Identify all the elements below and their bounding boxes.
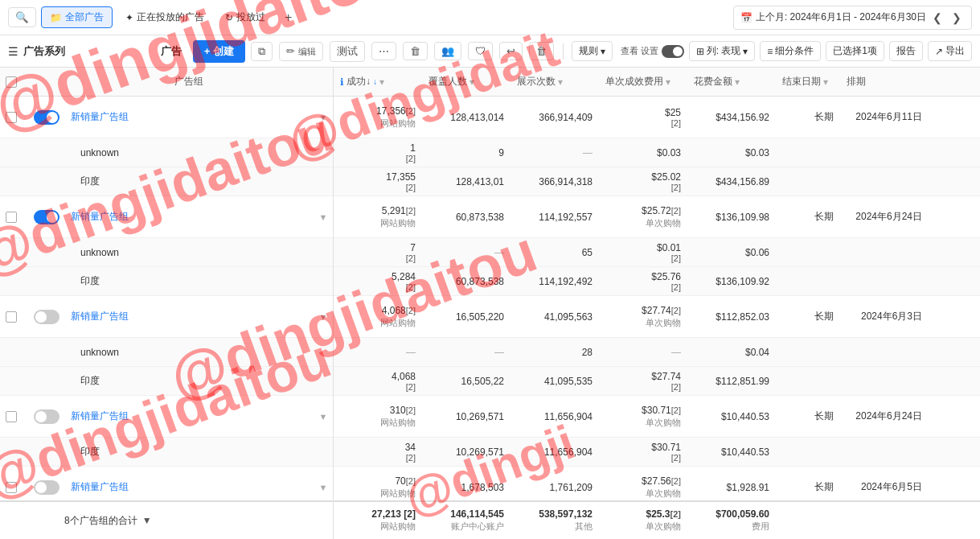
sub-row-name: 印度 xyxy=(64,267,314,295)
chevron-spend-icon: ▾ xyxy=(735,76,740,88)
row-checkbox[interactable] xyxy=(0,196,29,237)
impressions-cell: — xyxy=(511,138,599,167)
success-col-header[interactable]: ℹ 成功↓ ↓ ▾ xyxy=(334,75,422,88)
cpa-cell: $25.72[2] 单次购物 xyxy=(599,196,687,237)
filter-button[interactable]: ≡ 细分条件 xyxy=(760,41,821,61)
section-icon: ☰ xyxy=(8,45,18,58)
columns-icon: ⊞ xyxy=(696,46,704,57)
reach-cell: 60,873,538 xyxy=(422,267,511,295)
right-col-headers: ℹ 成功↓ ↓ ▾ 覆盖人数 ▾ 展示次数 ▾ 单次成效费用 ▾ xyxy=(334,68,980,97)
test-button[interactable]: 测试 xyxy=(330,41,365,62)
row-expand-arrow[interactable]: ▼ xyxy=(314,296,333,337)
impressions-col-header: 展示次数 ▾ xyxy=(511,75,599,88)
columns-button[interactable]: ⊞ 列: 表现 ▾ xyxy=(689,41,756,61)
edit-button[interactable]: ✏ 编辑 xyxy=(279,42,323,61)
selected-label[interactable]: 已选择1项 xyxy=(826,41,884,61)
row-toggle[interactable] xyxy=(29,196,64,237)
table-row: — — 28 — $0.04 xyxy=(334,338,980,367)
add-tab-button[interactable]: + xyxy=(278,7,298,28)
table-row: 5,284[2] 60,873,538 114,192,492 $25.76[2… xyxy=(334,267,980,296)
schedule-cell: 2024年6月24日 xyxy=(840,196,929,237)
row-expand-arrow[interactable]: ▼ xyxy=(314,196,333,237)
row-expand-arrow[interactable]: ▼ xyxy=(314,396,333,437)
date-range-display[interactable]: 📅 上个月: 2024年6月1日 - 2024年6月30日 ❮ ❯ xyxy=(733,6,972,30)
success-cell: 34[2] xyxy=(334,438,422,466)
rules-button[interactable]: 规则 ▾ xyxy=(572,41,613,61)
trash-button[interactable]: 🗑 xyxy=(529,42,554,60)
spend-cell: $0.03 xyxy=(687,138,776,167)
end-date-cell: 长期 xyxy=(776,196,840,237)
header-checkbox[interactable] xyxy=(6,76,17,88)
undo-button[interactable]: ↩ xyxy=(499,42,523,60)
success-cell: 17,356[2] 网站购物 xyxy=(334,97,422,138)
row-checkbox[interactable] xyxy=(0,296,29,337)
more-button[interactable]: ⋯ xyxy=(371,42,396,60)
spend-cell: $0.04 xyxy=(687,338,776,366)
ad-group-link[interactable]: 新销量广告组 xyxy=(71,409,307,423)
tab-all-ads[interactable]: 📁 全部广告 xyxy=(41,6,113,28)
spend-cell: $434,156.89 xyxy=(687,167,776,195)
row-name-cell: 新销量广告组 xyxy=(64,97,314,138)
filter-icon: ≡ xyxy=(767,46,773,57)
reach-cell: 10,269,571 xyxy=(422,438,511,466)
report-button[interactable]: 报告 xyxy=(889,41,923,61)
right-panel: ℹ 成功↓ ↓ ▾ 覆盖人数 ▾ 展示次数 ▾ 单次成效费用 ▾ xyxy=(334,68,980,539)
reach-col-header: 覆盖人数 ▾ xyxy=(422,75,511,88)
view-toggle[interactable] xyxy=(662,45,684,58)
cpa-cell: $0.03 xyxy=(599,138,687,167)
spend-cell: $112,852.03 xyxy=(687,296,776,337)
export-button[interactable]: ↗ 导出 xyxy=(928,41,972,61)
table-row: 310[2] 网站购物 10,269,571 11,656,904 $30.71… xyxy=(334,396,980,438)
total-cpa: $25.3[2] 单次购物 xyxy=(599,505,687,536)
impressions-cell: 114,192,557 xyxy=(511,196,599,237)
calendar-icon: 📅 xyxy=(740,12,752,23)
date-prev-button[interactable]: ❮ xyxy=(929,10,945,26)
ad-group-link[interactable]: 新销量广告组 xyxy=(71,210,307,224)
copy-button[interactable]: ⧉ xyxy=(251,42,273,61)
table-row: 34[2] 10,269,571 11,656,904 $30.71[2] $1… xyxy=(334,438,980,467)
cpa-cell: $30.71[2] 单次购物 xyxy=(599,396,687,437)
search-button[interactable]: 🔍 xyxy=(8,7,36,27)
chevron-success-icon: ▾ xyxy=(379,76,384,88)
spend-cell: $434,156.92 xyxy=(687,97,776,138)
ad-group-link[interactable]: 新销量广告组 xyxy=(71,110,307,124)
delete-button[interactable]: 🗑 xyxy=(403,42,428,60)
ad-group-link[interactable]: 新销量广告组 xyxy=(71,480,307,494)
success-cell: 17,355[2] xyxy=(334,167,422,195)
shield-button[interactable]: 🛡 xyxy=(468,42,493,60)
tab-active-ads[interactable]: ✦ 正在投放的广告 xyxy=(117,7,212,27)
row-toggle[interactable] xyxy=(29,97,64,138)
ad-group-link[interactable]: 新销量广告组 xyxy=(71,310,307,323)
row-expand-arrow[interactable]: ▼ xyxy=(314,97,333,138)
reach-cell: 16,505,22 xyxy=(422,367,511,395)
table-row: 印度 xyxy=(0,367,333,396)
date-next-button[interactable]: ❯ xyxy=(949,10,965,26)
people-button[interactable]: 👥 xyxy=(434,42,461,60)
impressions-cell: 41,095,535 xyxy=(511,367,599,395)
cpa-cell: $25.02[2] xyxy=(599,167,687,195)
spend-cell: $10,440.53 xyxy=(687,396,776,437)
table-row: unknown xyxy=(0,338,333,367)
total-arrow-down[interactable]: ▼ xyxy=(142,515,152,526)
reach-cell: — xyxy=(422,338,511,366)
play-icon: ✦ xyxy=(125,12,133,23)
row-name-cell: 新销量广告组 xyxy=(64,296,314,337)
cpa-cell: $30.71[2] xyxy=(599,438,687,466)
spend-cell: $136,109.92 xyxy=(687,267,776,295)
reach-cell: — xyxy=(422,238,511,266)
tab-past-ads[interactable]: ↻ 投放过 xyxy=(217,7,273,27)
row-toggle[interactable] xyxy=(29,296,64,337)
impressions-cell: 366,914,409 xyxy=(511,97,599,138)
row-toggle[interactable] xyxy=(29,396,64,437)
total-row-right: 27,213 [2] 网站购物 146,114,545 账户中心账户 538,5… xyxy=(334,500,980,539)
end-date-cell: 长期 xyxy=(776,296,840,337)
history-icon: ↻ xyxy=(225,12,233,23)
row-checkbox[interactable] xyxy=(0,396,29,437)
create-button[interactable]: + 创建 xyxy=(193,40,245,63)
table-row: unknown xyxy=(0,238,333,267)
cpa-cell: $25[2] xyxy=(599,97,687,138)
table-row: 17,356[2] 网站购物 128,413,014 366,914,409 $… xyxy=(334,97,980,138)
select-all-checkbox[interactable] xyxy=(0,76,29,88)
row-checkbox[interactable] xyxy=(0,97,29,138)
sub-row-name: unknown xyxy=(64,138,314,167)
